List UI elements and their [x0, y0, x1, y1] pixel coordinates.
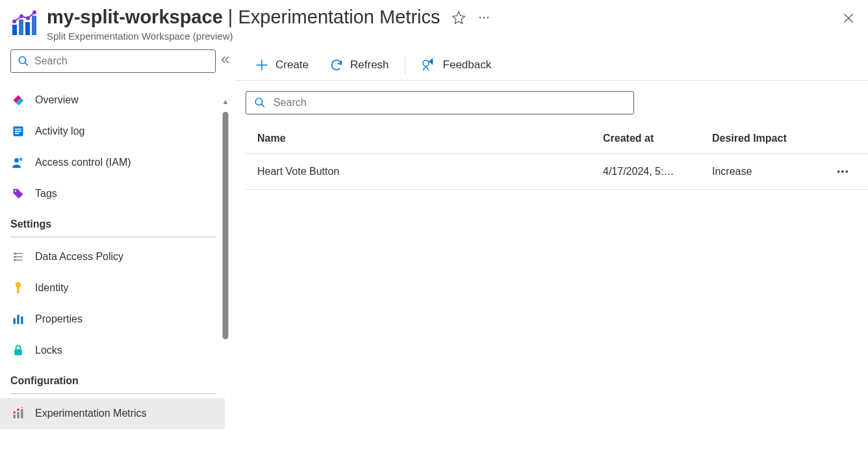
svg-point-19 — [14, 253, 16, 254]
svg-point-9 — [483, 16, 485, 18]
svg-rect-2 — [25, 22, 30, 35]
sidebar-item-label: Data Access Policy — [35, 251, 123, 263]
svg-point-36 — [837, 170, 840, 173]
svg-point-16 — [14, 158, 19, 163]
locks-icon — [12, 344, 25, 357]
content-search[interactable] — [246, 91, 634, 114]
scrollbar-thumb[interactable] — [223, 112, 229, 339]
sidebar-item-label: Activity log — [35, 125, 84, 137]
svg-point-20 — [14, 256, 16, 257]
sidebar-item-properties[interactable]: Properties — [0, 304, 225, 335]
svg-point-18 — [15, 190, 17, 192]
toolbar-btn-label: Create — [275, 59, 309, 72]
tags-icon — [12, 187, 25, 200]
sidebar-item-label: Overview — [35, 94, 79, 106]
svg-point-33 — [21, 407, 23, 408]
plus-icon — [255, 58, 269, 72]
scroll-up-arrow-icon[interactable]: ▲ — [222, 98, 229, 105]
more-actions-icon[interactable] — [478, 11, 491, 24]
sidebar-section-configuration: Configuration — [10, 366, 216, 394]
svg-rect-26 — [21, 317, 23, 324]
sidebar-item-experimentation-metrics[interactable]: Experimentation Metrics — [0, 398, 225, 429]
table-row[interactable]: Heart Vote Button 4/17/2024, 5:… Increas… — [246, 154, 868, 190]
workspace-icon — [10, 10, 38, 38]
sidebar-item-identity[interactable]: Identity — [0, 272, 225, 304]
svg-rect-28 — [14, 415, 16, 419]
sidebar-search-input[interactable] — [34, 55, 209, 67]
sidebar-item-label: Tags — [35, 188, 57, 200]
content-search-input[interactable] — [274, 97, 626, 109]
svg-rect-23 — [17, 287, 19, 293]
favorite-star-icon[interactable] — [452, 10, 466, 25]
sidebar-item-data-access-policy[interactable]: Data Access Policy — [0, 241, 225, 272]
svg-point-11 — [19, 57, 26, 64]
close-icon[interactable] — [842, 12, 855, 25]
svg-point-32 — [17, 409, 19, 411]
overview-icon — [12, 94, 25, 107]
svg-rect-25 — [17, 315, 19, 324]
sidebar-item-label: Access control (IAM) — [35, 157, 131, 168]
cell-name: Heart Vote Button — [257, 166, 603, 177]
row-more-actions-icon[interactable] — [829, 164, 856, 179]
collapse-sidebar-icon[interactable] — [220, 55, 231, 65]
sidebar-item-label: Properties — [35, 313, 83, 325]
svg-point-37 — [841, 170, 844, 173]
sidebar-item-overview[interactable]: Overview — [0, 85, 225, 116]
identity-icon — [12, 281, 25, 294]
column-header-name[interactable]: Name — [257, 133, 603, 144]
toolbar-btn-label: Refresh — [350, 59, 389, 72]
search-icon — [254, 97, 266, 109]
column-header-created[interactable]: Created at — [603, 133, 712, 144]
table-header: Name Created at Desired Impact — [246, 133, 868, 154]
sidebar-item-label: Identity — [35, 282, 69, 294]
svg-rect-0 — [12, 25, 17, 35]
svg-rect-13 — [15, 129, 21, 130]
cell-impact: Increase — [712, 166, 829, 177]
metrics-table: Name Created at Desired Impact Heart Vot… — [246, 133, 868, 190]
search-icon — [18, 55, 29, 67]
experimentation-metrics-icon — [12, 407, 25, 420]
refresh-icon — [329, 58, 344, 72]
feedback-button[interactable]: Feedback — [412, 52, 501, 78]
sidebar-item-access-control[interactable]: Access control (IAM) — [0, 147, 225, 178]
feedback-icon — [421, 58, 437, 72]
svg-point-17 — [19, 158, 23, 161]
sidebar-search[interactable] — [10, 49, 216, 73]
svg-point-22 — [16, 282, 21, 287]
svg-point-8 — [479, 16, 481, 18]
svg-rect-3 — [32, 16, 36, 35]
svg-rect-30 — [21, 409, 23, 418]
sidebar-item-label: Experimentation Metrics — [35, 408, 147, 419]
svg-rect-27 — [14, 349, 22, 355]
cell-created: 4/17/2024, 5:… — [603, 166, 712, 177]
svg-point-10 — [487, 16, 489, 18]
svg-rect-15 — [15, 133, 19, 135]
sidebar-section-settings: Settings — [10, 209, 216, 237]
sidebar-item-activity-log[interactable]: Activity log — [0, 116, 225, 147]
sidebar-scrollbar[interactable]: ▲ — [222, 74, 229, 457]
svg-rect-24 — [14, 318, 16, 324]
refresh-button[interactable]: Refresh — [320, 52, 398, 78]
svg-rect-14 — [15, 131, 21, 132]
svg-point-35 — [255, 98, 262, 105]
toolbar-divider — [405, 55, 405, 75]
create-button[interactable]: Create — [246, 52, 318, 78]
svg-point-34 — [422, 60, 428, 66]
svg-rect-1 — [19, 20, 23, 35]
activity-log-icon — [12, 125, 25, 138]
page-title: my-split-workspace | Experimentation Met… — [47, 7, 440, 28]
svg-point-38 — [846, 170, 849, 173]
access-control-icon — [12, 156, 25, 169]
sidebar-item-tags[interactable]: Tags — [0, 178, 225, 209]
svg-point-31 — [14, 411, 16, 413]
sidebar-item-locks[interactable]: Locks — [0, 335, 225, 366]
properties-icon — [12, 313, 25, 326]
svg-rect-29 — [17, 412, 19, 419]
data-access-policy-icon — [12, 250, 25, 263]
sidebar-item-label: Locks — [35, 345, 62, 356]
column-header-impact[interactable]: Desired Impact — [712, 133, 829, 144]
page-subtitle: Split Experimentation Workspace (preview… — [47, 31, 855, 42]
svg-point-21 — [14, 259, 16, 261]
toolbar-btn-label: Feedback — [443, 59, 492, 72]
